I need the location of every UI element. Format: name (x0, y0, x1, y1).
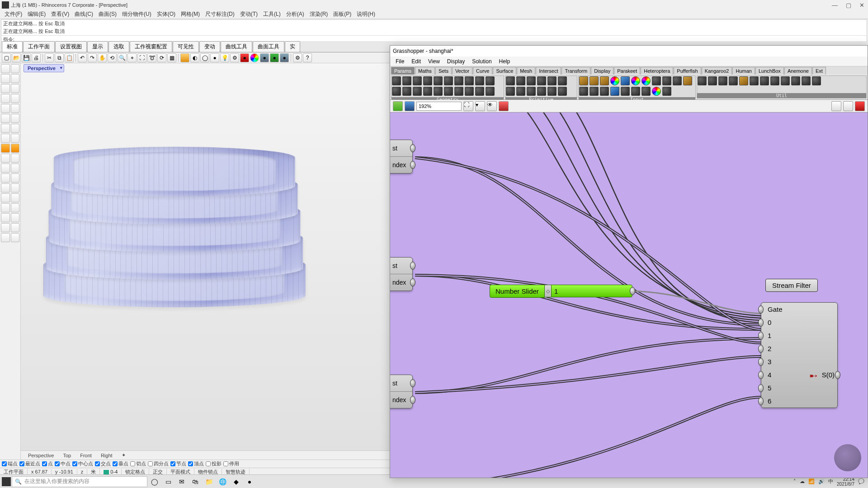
rotate-icon[interactable]: ⟲ (108, 53, 117, 62)
gh-output-grip[interactable] (410, 278, 415, 286)
gh-tab-maths[interactable]: Maths (415, 67, 435, 75)
slider-name[interactable]: Number Slider (490, 285, 545, 298)
paste-icon[interactable]: 📋 (65, 53, 74, 62)
maximize-button[interactable]: ▢ (846, 2, 851, 9)
snap-中心点[interactable]: 中心点 (72, 460, 93, 467)
lasso-icon[interactable]: ➰ (147, 53, 156, 62)
start-button[interactable] (2, 477, 11, 486)
gh-tab-vector[interactable]: Vector (452, 67, 472, 75)
snap-顶点[interactable]: 顶点 (188, 460, 204, 467)
gh-output-grip[interactable] (410, 144, 415, 152)
gh-comp-list-3[interactable]: st ndex (390, 375, 413, 408)
gh-stream-filter-label[interactable]: Stream Filter (765, 279, 818, 292)
tool-m-icon[interactable] (1, 233, 10, 242)
gh-preview-icon[interactable]: 👁 (487, 101, 497, 111)
gh-comp-list-1[interactable]: st ndex (390, 140, 413, 174)
gh-category-tabs[interactable]: Params Maths Sets Vector Curve Surface M… (390, 66, 868, 75)
gh-number-slider[interactable]: Number Slider 1 (490, 284, 632, 298)
menu-transform[interactable]: 变动(T) (237, 10, 260, 18)
cortana-icon[interactable]: ▭ (162, 475, 175, 488)
tab-surface-tools[interactable]: 曲面工具 (253, 41, 284, 52)
cplane-icon[interactable]: ▦ (167, 53, 176, 62)
gh-zoom-input[interactable] (416, 102, 462, 111)
menu-file[interactable]: 文件(F) (2, 10, 25, 18)
snap-checkbox[interactable] (72, 461, 77, 466)
snap-点[interactable]: 点 (42, 460, 53, 467)
gh-tab-parakeet[interactable]: Parakeet (614, 67, 640, 75)
snap-checkbox[interactable] (148, 461, 153, 466)
gate-input-grip[interactable] (758, 397, 764, 405)
gear-icon[interactable]: ⚙ (293, 53, 302, 62)
sphere-icon[interactable]: ● (280, 53, 289, 62)
view-add[interactable]: ✦ (117, 451, 130, 459)
view-top[interactable]: Top (58, 452, 75, 459)
tray-ime[interactable]: 中 (828, 478, 833, 485)
tool-n-icon[interactable] (11, 233, 20, 242)
tool-i-icon[interactable] (1, 213, 10, 222)
gh-output-grip[interactable] (410, 379, 415, 387)
gh-title-bar[interactable]: Grasshopper - shanghai* (390, 46, 868, 56)
tool-c-icon[interactable] (1, 183, 10, 192)
tab-setview[interactable]: 设置视图 (55, 41, 87, 52)
notification-icon[interactable]: 💬 (858, 479, 864, 484)
tray-chevron-icon[interactable]: ˄ (793, 479, 796, 484)
snap-checkbox[interactable] (223, 461, 228, 466)
gate-input-grip[interactable] (758, 358, 764, 366)
gh-markov-icon[interactable] (843, 101, 853, 111)
join-icon[interactable] (11, 144, 20, 153)
freeform-icon[interactable] (11, 104, 20, 113)
box-icon[interactable] (1, 124, 10, 133)
arc-icon[interactable] (11, 84, 20, 93)
menu-solid[interactable]: 实体(O) (154, 10, 178, 18)
taskbar-search[interactable]: 🔍 在这里输入你要搜索的内容 (12, 476, 147, 487)
print-icon[interactable]: 🖨 (32, 53, 41, 62)
gate-input-grip[interactable] (758, 305, 764, 314)
gh-save-icon[interactable] (405, 101, 415, 111)
point-icon[interactable] (1, 164, 10, 173)
shade-icon[interactable]: ◐ (190, 53, 199, 62)
tool-k-icon[interactable] (1, 223, 10, 232)
slider-grip[interactable] (545, 285, 551, 297)
surface-icon[interactable] (1, 114, 10, 123)
tab-viewport[interactable]: 工作视窗配置 (130, 41, 172, 52)
grasshopper-window[interactable]: Grasshopper - shanghai* File Edit View D… (390, 45, 868, 478)
view-front[interactable]: Front (75, 452, 96, 459)
tool-b-icon[interactable] (11, 174, 20, 183)
snap-checkbox[interactable] (95, 461, 100, 466)
snap-停用[interactable]: 停用 (223, 460, 239, 467)
gh-tab-lunchbox[interactable]: LunchBox (755, 67, 784, 75)
tool-f-icon[interactable] (11, 193, 20, 202)
tray-volume-icon[interactable]: 🔊 (818, 479, 825, 484)
menu-render[interactable]: 渲染(R) (307, 10, 331, 18)
mail-icon[interactable]: ✉ (175, 475, 188, 488)
grasshopper-icon[interactable]: ● (270, 53, 279, 62)
gh-menu-edit[interactable]: Edit (408, 58, 425, 65)
menu-mesh[interactable]: 网格(M) (178, 10, 203, 18)
help-icon[interactable]: ? (303, 53, 312, 62)
gh-open-icon[interactable] (393, 101, 403, 111)
snap-节点[interactable]: 节点 (170, 460, 186, 467)
menu-curve[interactable]: 曲线(C) (72, 10, 96, 18)
tool-e-icon[interactable] (1, 193, 10, 202)
tray-cloud-icon[interactable]: ☁ (800, 479, 805, 484)
gh-menu-display[interactable]: Display (443, 58, 468, 65)
tool-d-icon[interactable] (11, 183, 20, 192)
open-icon[interactable]: 📂 (12, 53, 21, 62)
options-icon[interactable]: ⚙ (230, 53, 239, 62)
slider-output-grip[interactable] (630, 287, 635, 295)
menu-help[interactable]: 说明(H) (354, 10, 378, 18)
ellipse-icon[interactable] (1, 104, 10, 113)
tab-cplane[interactable]: 工作平面 (23, 41, 55, 52)
color-icon[interactable] (250, 53, 259, 62)
tool-j-icon[interactable] (11, 213, 20, 222)
snap-checkbox[interactable] (2, 461, 7, 466)
explode-icon[interactable] (1, 144, 10, 153)
material-icon[interactable]: ● (260, 53, 269, 62)
gate-input-grip[interactable] (758, 384, 764, 392)
tool-a-icon[interactable] (1, 174, 10, 183)
gh-zoom-fit2-icon[interactable]: ▾ (475, 101, 485, 111)
snap-垂点[interactable]: 垂点 (113, 460, 128, 467)
gh-tab-transform[interactable]: Transform (561, 67, 590, 75)
snap-checkbox[interactable] (42, 461, 47, 466)
light-icon[interactable]: 💡 (220, 53, 229, 62)
